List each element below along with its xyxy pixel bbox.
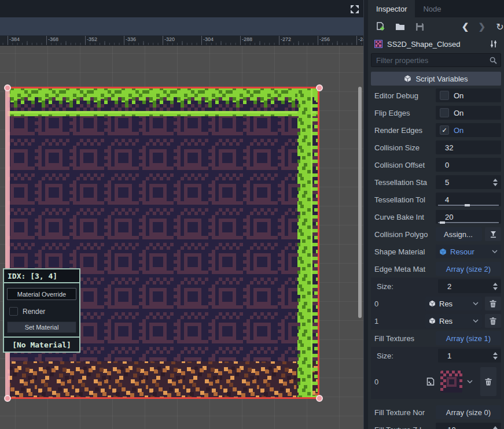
property-row-flip-edges: Flip Edges On bbox=[371, 104, 501, 121]
chevron-down-icon[interactable] bbox=[492, 250, 498, 253]
array-size-label: Size: bbox=[374, 352, 438, 360]
property-row-collision-polygon: Collision Polygo Assign... bbox=[371, 225, 501, 243]
edge-material-resource-1[interactable]: Res bbox=[425, 314, 482, 328]
checkbox-label: On bbox=[454, 109, 463, 117]
tab-inspector[interactable]: Inspector bbox=[368, 0, 415, 17]
set-material-button[interactable]: Set Material bbox=[7, 321, 76, 333]
property-label: Collision Size bbox=[374, 143, 436, 152]
ruler-label: -304 bbox=[203, 36, 214, 42]
ruler-label: -320 bbox=[164, 36, 175, 42]
spinner-control[interactable] bbox=[493, 423, 498, 429]
chevron-down-icon[interactable] bbox=[473, 319, 479, 323]
edge-material-resource-0[interactable]: Res bbox=[425, 297, 482, 310]
chevron-down-icon[interactable] bbox=[467, 380, 473, 383]
new-resource-icon[interactable] bbox=[375, 21, 385, 32]
history-forward-icon[interactable]: ❯ bbox=[478, 21, 485, 32]
point-handle-bottom-left[interactable] bbox=[5, 395, 10, 401]
property-label: Fill Texture Nor bbox=[374, 408, 436, 417]
save-icon[interactable] bbox=[414, 21, 425, 32]
spinner-control[interactable] bbox=[493, 279, 498, 293]
fill-textures-array-button[interactable]: Array (size 1) bbox=[436, 331, 501, 345]
property-row-fill-texture-z-index: Fill Texture Z I -10 bbox=[371, 421, 501, 429]
tessellation-tolerance-value[interactable]: 4 bbox=[436, 195, 449, 204]
tessellation-stages-value[interactable]: 5 bbox=[436, 178, 449, 187]
array-size-row: Size: 1 bbox=[371, 347, 501, 364]
fill-texture-preview[interactable] bbox=[440, 371, 462, 393]
edge-material-popup: IDX: [3, 4] Material Override Render Set… bbox=[3, 268, 80, 353]
ruler-label: -288 bbox=[242, 36, 252, 42]
resource-tools-icon[interactable] bbox=[488, 39, 499, 49]
shape-boundary-top bbox=[8, 87, 319, 88]
flip-edges-checkbox[interactable] bbox=[440, 108, 449, 117]
viewport-top-band bbox=[0, 0, 368, 17]
collision-offset-value[interactable]: 0 bbox=[436, 161, 449, 169]
ruler-label: -384 bbox=[9, 36, 20, 42]
property-label: Collision Polygo bbox=[374, 230, 436, 239]
material-override-button[interactable]: Material Override bbox=[7, 288, 76, 300]
editor-debug-checkbox[interactable] bbox=[440, 91, 449, 100]
point-handle-top-left[interactable] bbox=[5, 85, 10, 91]
property-row-fill-texture-normals: Fill Texture Nor Array (size 0) bbox=[371, 404, 501, 421]
slider-grabber[interactable] bbox=[440, 221, 445, 224]
ruler-label: -336 bbox=[126, 36, 136, 42]
spinner-control[interactable] bbox=[493, 175, 498, 189]
fill-texture-normals-array-button[interactable]: Array (size 0) bbox=[436, 405, 501, 419]
viewport-vertical-scrollbar[interactable] bbox=[358, 87, 362, 318]
section-header-label: Script Variables bbox=[415, 75, 468, 83]
array-size-row: Size: 2 bbox=[371, 278, 501, 295]
array-size-value[interactable]: 2 bbox=[438, 282, 451, 291]
property-label: Flip Edges bbox=[374, 109, 436, 117]
slider-grabber[interactable] bbox=[465, 204, 470, 206]
delete-item-button[interactable] bbox=[485, 314, 501, 328]
checkbox-label: On bbox=[454, 91, 463, 100]
open-folder-icon[interactable] bbox=[395, 21, 405, 32]
shape-boundary-bottom bbox=[8, 397, 319, 399]
array-size-value[interactable]: 1 bbox=[438, 352, 451, 360]
chevron-down-icon[interactable] bbox=[473, 302, 479, 305]
expand-viewport-icon[interactable] bbox=[348, 3, 361, 16]
pick-node-button[interactable] bbox=[485, 227, 501, 241]
2d-editor-viewport[interactable]: -384-368-352-336-320-304-288-272-256-240… bbox=[0, 0, 368, 429]
edge-meta-materials-array-button[interactable]: Array (size 2) bbox=[436, 262, 501, 276]
edit-texture-icon[interactable] bbox=[425, 376, 436, 387]
section-script-variables[interactable]: Script Variables bbox=[371, 72, 501, 86]
shape-boundary-right bbox=[318, 87, 319, 398]
delete-item-button[interactable] bbox=[480, 367, 496, 396]
property-row-editor-debug: Editor Debug On bbox=[371, 87, 501, 104]
filter-row bbox=[368, 52, 504, 69]
delete-item-button[interactable] bbox=[485, 297, 501, 310]
script-cube-icon bbox=[404, 75, 411, 83]
property-label: Edge Meta Mat bbox=[374, 265, 436, 273]
edited-resource-row[interactable]: SS2D_Shape_Closed bbox=[368, 36, 504, 52]
shape-dirt-edge-texture bbox=[8, 361, 319, 398]
shape-material-resource[interactable]: Resour bbox=[436, 245, 501, 258]
array-item-row-0: 0 Res bbox=[371, 295, 501, 312]
filter-properties-input[interactable] bbox=[371, 53, 501, 67]
render-label: Render bbox=[23, 308, 45, 316]
tab-node[interactable]: Node bbox=[415, 0, 449, 17]
property-row-collision-size: Collision Size 32 bbox=[371, 139, 501, 156]
point-handle-bottom-right[interactable] bbox=[317, 395, 322, 401]
render-edges-checkbox[interactable]: ✓ bbox=[440, 125, 449, 135]
fill-texture-z-index-value[interactable]: -10 bbox=[436, 426, 456, 429]
ruler-label: -256 bbox=[319, 36, 330, 42]
ss2d-shape[interactable] bbox=[0, 45, 368, 429]
slider-track[interactable] bbox=[438, 222, 499, 223]
panel-separator[interactable] bbox=[363, 0, 368, 429]
property-label: Tessellation Sta bbox=[374, 178, 436, 187]
property-row-tessellation-stages: Tessellation Sta 5 bbox=[371, 173, 501, 191]
ss2d-shape-icon bbox=[373, 39, 384, 49]
curve-bake-interval-value[interactable]: 20 bbox=[436, 213, 453, 221]
horizontal-ruler: -384-368-352-336-320-304-288-272-256-240 bbox=[0, 36, 368, 46]
history-menu-icon[interactable]: ↻ bbox=[495, 21, 504, 32]
trash-icon bbox=[490, 317, 496, 325]
collision-size-value[interactable]: 32 bbox=[436, 143, 453, 152]
array-item-index: 0 bbox=[374, 378, 425, 386]
render-checkbox[interactable] bbox=[9, 307, 18, 316]
checkbox-label: On bbox=[454, 126, 463, 135]
history-back-icon[interactable]: ❮ bbox=[462, 21, 469, 32]
assign-node-button[interactable]: Assign... bbox=[436, 227, 482, 241]
spinner-control[interactable] bbox=[493, 349, 498, 363]
popup-title: IDX: [3, 4] bbox=[4, 269, 79, 283]
point-handle-top-right[interactable] bbox=[317, 85, 322, 91]
